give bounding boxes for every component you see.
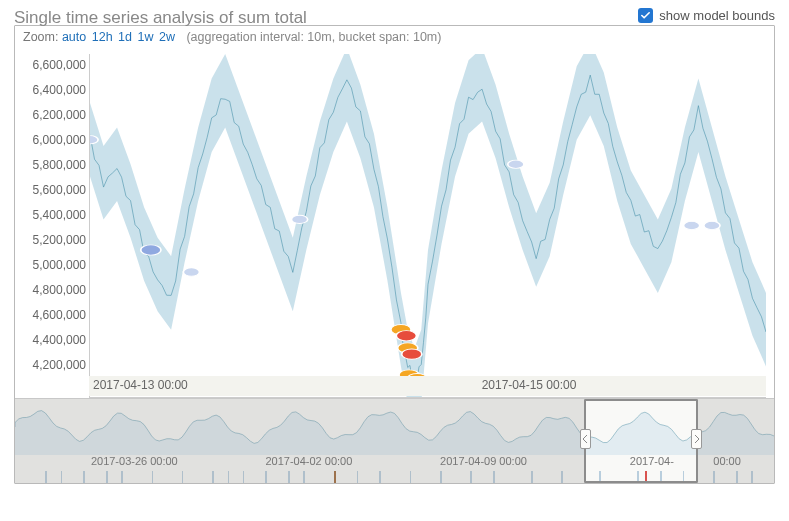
y-tick: 5,400,000 <box>18 208 86 222</box>
anomaly-point[interactable] <box>684 221 700 229</box>
y-tick: 5,200,000 <box>18 233 86 247</box>
nav-tick: 2017-04-02 00:00 <box>265 455 352 467</box>
zoom-bar: Zoom: auto 12h 1d 1w 2w (aggregation int… <box>15 26 774 48</box>
anomaly-point[interactable] <box>704 221 720 229</box>
x-tick-1: 2017-04-15 00:00 <box>482 378 577 392</box>
anomaly-point[interactable] <box>90 136 98 144</box>
zoom-link-1d[interactable]: 1d <box>118 30 132 44</box>
model-bounds-band <box>90 54 766 397</box>
zoom-link-2w[interactable]: 2w <box>159 30 175 44</box>
anomaly-point[interactable] <box>183 268 199 276</box>
nav-tick: 2017-03-26 00:00 <box>91 455 178 467</box>
y-tick: 4,200,000 <box>18 358 86 372</box>
zoom-link-12h[interactable]: 12h <box>92 30 113 44</box>
plot-area[interactable] <box>89 54 766 398</box>
show-model-bounds-label: show model bounds <box>659 8 775 23</box>
navigator-handle-left[interactable] <box>580 429 591 449</box>
chart-area: 6,600,0006,400,0006,200,0006,000,0005,80… <box>15 48 774 398</box>
y-tick: 5,000,000 <box>18 258 86 272</box>
y-tick: 4,600,000 <box>18 308 86 322</box>
aggregation-note: (aggregation interval: 10m, bucket span:… <box>186 30 441 44</box>
anomaly-point[interactable] <box>291 215 307 223</box>
x-axis: 2017-04-13 00:00 2017-04-15 00:00 <box>89 376 766 396</box>
nav-tick: 2017-04-09 00:00 <box>440 455 527 467</box>
y-axis: 6,600,0006,400,0006,200,0006,000,0005,80… <box>18 58 86 372</box>
y-tick: 5,800,000 <box>18 158 86 172</box>
y-tick: 4,800,000 <box>18 283 86 297</box>
check-icon <box>640 10 651 21</box>
x-tick-0: 2017-04-13 00:00 <box>93 378 188 392</box>
zoom-link-auto[interactable]: auto <box>62 30 86 44</box>
zoom-link-1w[interactable]: 1w <box>137 30 153 44</box>
y-tick: 6,000,000 <box>18 133 86 147</box>
zoom-label: Zoom: <box>23 30 58 44</box>
anomaly-point[interactable] <box>141 245 161 255</box>
navigator-ticks: 2017-03-26 00:002017-04-02 00:002017-04-… <box>15 455 774 481</box>
anomaly-point[interactable] <box>396 331 416 341</box>
y-tick: 6,200,000 <box>18 108 86 122</box>
navigator[interactable]: 2017-03-26 00:002017-04-02 00:002017-04-… <box>15 398 774 483</box>
chevron-right-icon <box>694 435 699 443</box>
navigator-handle-right[interactable] <box>691 429 702 449</box>
nav-tick: 2017-04- <box>630 455 674 467</box>
chevron-left-icon <box>583 435 588 443</box>
y-tick: 4,400,000 <box>18 333 86 347</box>
nav-tick: 00:00 <box>713 455 741 467</box>
show-model-bounds-checkbox[interactable] <box>638 8 653 23</box>
y-tick: 6,600,000 <box>18 58 86 72</box>
y-tick: 6,400,000 <box>18 83 86 97</box>
anomaly-point[interactable] <box>402 349 422 359</box>
y-tick: 5,600,000 <box>18 183 86 197</box>
anomaly-point[interactable] <box>508 160 524 168</box>
chart-panel: Zoom: auto 12h 1d 1w 2w (aggregation int… <box>14 25 775 484</box>
